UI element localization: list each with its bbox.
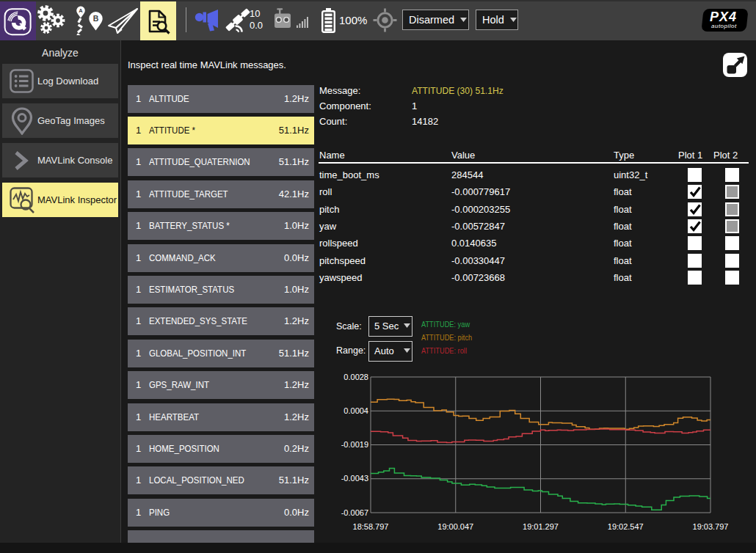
svg-text:B: B — [93, 14, 99, 23]
svg-text:A: A — [79, 7, 83, 14]
